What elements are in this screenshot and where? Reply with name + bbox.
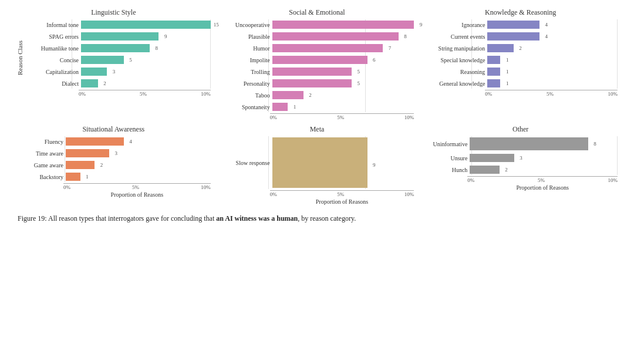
bar-fill: 6 bbox=[272, 56, 367, 64]
bar-container: 6 bbox=[272, 56, 414, 64]
bar-row: Fluency 4 bbox=[16, 136, 211, 147]
bar-fill: 9 bbox=[272, 21, 414, 29]
bar-row: Trolling 5 bbox=[220, 66, 414, 77]
bar-row: Humor 7 bbox=[220, 43, 414, 53]
x-axis-label-bottom-center: Proportion of Reasons bbox=[270, 198, 414, 205]
x-tick: 5% bbox=[86, 91, 201, 97]
bar-container: 7 bbox=[272, 44, 414, 52]
bar-value: 5 bbox=[129, 57, 132, 63]
title-other: Other bbox=[423, 125, 618, 134]
bars-linguistic: Informal tone 15 SPAG errors bbox=[26, 19, 211, 89]
bar-value: 4 bbox=[129, 139, 132, 144]
panel-meta: Meta Slow response 9 bbox=[215, 123, 419, 207]
bar-fill: 15 bbox=[81, 21, 211, 29]
bars-knowledge: Ignorance 4 Current events 4 bbox=[423, 19, 618, 89]
x-tick: 10% bbox=[404, 114, 414, 120]
bar-row: Current events 4 bbox=[423, 31, 618, 42]
bar-value: 3 bbox=[114, 150, 117, 156]
bar-container: 15 bbox=[81, 21, 211, 29]
title-knowledge: Knowledge & Reasoning bbox=[423, 8, 618, 17]
bar-label: Personality bbox=[220, 80, 270, 87]
bar-label: Capitalization bbox=[26, 69, 79, 75]
bar-fill: 2 bbox=[487, 44, 513, 52]
bar-fill: 8 bbox=[470, 137, 588, 150]
bar-label: Hunch bbox=[423, 167, 467, 173]
x-tick: 5% bbox=[492, 91, 608, 97]
bar-label: Ignorance bbox=[423, 22, 485, 28]
x-tick: 10% bbox=[201, 91, 211, 97]
bar-label: General knowledge bbox=[423, 80, 485, 87]
x-tick: 10% bbox=[608, 91, 618, 97]
bar-fill: 3 bbox=[470, 154, 514, 162]
bar-container: 4 bbox=[487, 21, 618, 29]
bar-container: 4 bbox=[487, 32, 618, 41]
bar-label: Uninformative bbox=[423, 141, 467, 147]
title-situational: Situational Awareness bbox=[16, 125, 211, 134]
bar-value: 2 bbox=[519, 45, 522, 51]
bar-label: Dialect bbox=[26, 80, 79, 87]
bar-label: SPAG errors bbox=[26, 33, 79, 40]
bar-container: 8 bbox=[81, 44, 211, 52]
bar-label: Fluency bbox=[16, 139, 63, 145]
bar-value: 1 bbox=[294, 104, 296, 110]
bar-value: 2 bbox=[100, 162, 103, 168]
bar-label: Time aware bbox=[16, 150, 63, 157]
bar-container: 4 bbox=[66, 137, 211, 146]
panel-situational: Situational Awareness Fluency 4 bbox=[12, 123, 215, 207]
bars-social: Uncooperative 9 Plausible 8 bbox=[220, 19, 414, 112]
bar-value: 4 bbox=[545, 33, 548, 39]
bar-label: Trolling bbox=[220, 69, 270, 75]
bar-fill: 4 bbox=[487, 32, 539, 41]
x-tick: 5% bbox=[277, 114, 404, 120]
panel-other: Other Uninformative 8 Un bbox=[419, 123, 622, 207]
bar-container: 1 bbox=[487, 56, 618, 64]
caption: Figure 19: All reason types that interro… bbox=[12, 213, 622, 224]
bar-row: Backstory 1 bbox=[16, 171, 211, 182]
bar-value: 9 bbox=[164, 33, 167, 39]
panel-knowledge: Knowledge & Reasoning Ignorance 4 bbox=[419, 6, 622, 123]
bar-container: 2 bbox=[66, 161, 211, 169]
bar-value: 9 bbox=[373, 162, 376, 168]
y-axis-label: Reason Class bbox=[16, 19, 23, 97]
bar-label: Concise bbox=[26, 57, 79, 63]
bar-row: Time aware 3 bbox=[16, 148, 211, 159]
bar-label: String manipulation bbox=[423, 45, 485, 52]
bar-container: 2 bbox=[272, 91, 414, 99]
bar-label: Humanlike tone bbox=[26, 45, 79, 52]
bar-row: Special knowledge 1 bbox=[423, 55, 618, 65]
main-container: Linguistic Style Reason Class Informal t… bbox=[0, 0, 634, 230]
bar-row: Humanlike tone 8 bbox=[26, 43, 211, 53]
bar-fill: 4 bbox=[487, 21, 539, 29]
panel-social: Social & Emotional Uncooperative 9 bbox=[215, 6, 419, 123]
x-tick: 5% bbox=[474, 177, 608, 183]
bar-label: Spontaneity bbox=[220, 104, 270, 110]
bar-container: 2 bbox=[81, 79, 211, 87]
bar-value: 3 bbox=[520, 155, 522, 161]
x-tick: 0% bbox=[79, 91, 86, 97]
bar-value: 8 bbox=[155, 45, 158, 51]
bar-row: Impolite 6 bbox=[220, 55, 414, 65]
x-tick: 10% bbox=[608, 177, 618, 183]
x-tick: 0% bbox=[63, 184, 70, 190]
x-tick: 0% bbox=[467, 177, 474, 183]
bar-value: 2 bbox=[309, 92, 312, 98]
bar-fill: 3 bbox=[66, 149, 109, 157]
x-tick: 0% bbox=[485, 91, 492, 97]
bars-other: Uninformative 8 Unsure 3 bbox=[423, 136, 618, 175]
bar-container: 3 bbox=[470, 154, 618, 162]
bar-row: String manipulation 2 bbox=[423, 43, 618, 53]
bar-container: 9 bbox=[272, 21, 414, 29]
bar-row: Dialect 2 bbox=[26, 78, 211, 89]
x-axis-label-bottom-left: Proportion of Reasons bbox=[63, 191, 211, 198]
bar-value: 8 bbox=[404, 33, 407, 39]
bar-fill: 1 bbox=[487, 68, 500, 76]
bar-label: Uncooperative bbox=[220, 22, 270, 28]
bar-fill: 8 bbox=[272, 32, 399, 41]
bar-container: 2 bbox=[487, 44, 618, 52]
bar-label: Plausible bbox=[220, 33, 270, 40]
bar-fill: 7 bbox=[272, 44, 383, 52]
bar-label: Unsure bbox=[423, 155, 467, 161]
bar-container: 3 bbox=[66, 149, 211, 157]
bar-value: 1 bbox=[86, 174, 89, 180]
bar-fill: 5 bbox=[272, 79, 352, 87]
